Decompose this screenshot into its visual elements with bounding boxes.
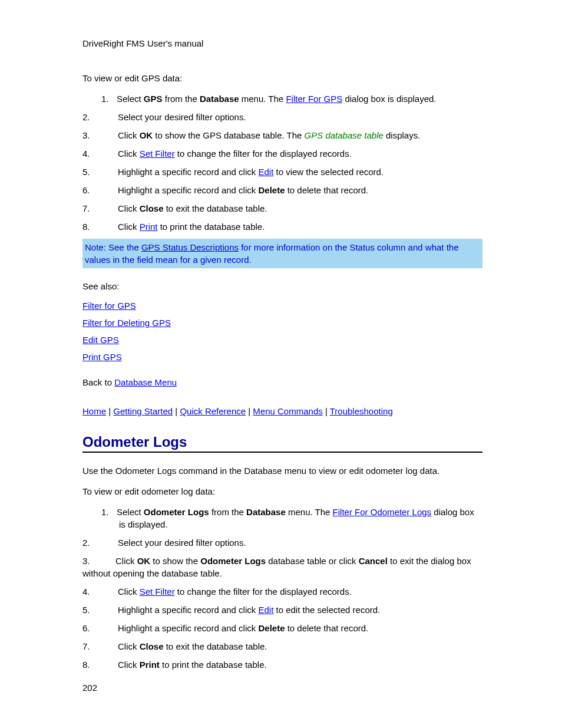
gps-step-1: 1.Select GPS from the Database menu. The…: [82, 93, 482, 105]
bold-text: Delete: [258, 185, 285, 195]
gps-step-6: 6.Highlight a specific record and click …: [82, 184, 482, 196]
step-number: 8.: [82, 220, 118, 233]
text: Click: [118, 130, 140, 140]
gps-step-5: 5.Highlight a specific record and click …: [82, 166, 482, 178]
text: Click: [118, 587, 140, 597]
bold-text: Print: [140, 660, 160, 670]
bold-text: Delete: [258, 623, 285, 633]
gps-step-7: 7.Click Close to exit the database table…: [82, 202, 482, 215]
gps-step-2: 2.Select your desired filter options.: [82, 111, 482, 123]
text: displays.: [384, 130, 421, 140]
filter-for-gps-link[interactable]: Filter for GPS: [82, 301, 482, 311]
database-menu-link[interactable]: Database Menu: [114, 377, 177, 387]
separator: |: [173, 406, 180, 416]
text: Click: [118, 149, 140, 159]
text: to show the GPS database table. The: [153, 130, 304, 140]
text: to change the filter for the displayed r…: [175, 149, 352, 159]
gps-intro: To view or edit GPS data:: [82, 72, 482, 84]
odo-intro: Use the Odometer Logs command in the Dat…: [82, 465, 482, 477]
text: to print the database table.: [160, 660, 267, 670]
filter-for-odometer-logs-link[interactable]: Filter For Odometer Logs: [333, 507, 432, 517]
text: Select your desired filter options.: [118, 538, 246, 548]
print-gps-link[interactable]: Print GPS: [82, 352, 482, 362]
troubleshooting-link[interactable]: Troubleshooting: [330, 406, 393, 416]
text: to show the: [150, 556, 200, 566]
step-number: 1.: [101, 506, 117, 518]
odo-step-4: 4.Click Set Filter to change the filter …: [82, 585, 482, 598]
bold-text: Cancel: [359, 556, 388, 566]
bold-text: Odometer Logs: [200, 556, 266, 566]
text: from the: [209, 507, 246, 517]
text: database table or click: [266, 556, 359, 566]
text: Highlight a specific record and click: [118, 605, 258, 615]
edit-link[interactable]: Edit: [258, 167, 273, 177]
text: Back to: [82, 377, 114, 387]
text: Select: [117, 507, 144, 517]
text: dialog box is displayed.: [342, 94, 436, 104]
text: to delete that record.: [285, 185, 368, 195]
back-to-line: Back to Database Menu: [82, 376, 482, 388]
text: from the: [163, 94, 200, 104]
gps-step-4: 4.Click Set Filter to change the filter …: [82, 147, 482, 160]
text: to edit the selected record.: [273, 605, 380, 615]
bold-text: GPS: [144, 94, 163, 104]
step-number: 5.: [82, 166, 118, 178]
menu-commands-link[interactable]: Menu Commands: [253, 406, 322, 416]
gps-step-3: 3.Click OK to show the GPS database tabl…: [82, 129, 482, 141]
text: Select your desired filter options.: [118, 112, 246, 122]
page-header: DriveRight FMS User's manual: [82, 38, 482, 48]
odo-lead: To view or edit odometer log data:: [82, 485, 482, 498]
set-filter-link[interactable]: Set Filter: [140, 587, 175, 597]
bold-text: Close: [140, 203, 164, 213]
odo-step-2: 2.Select your desired filter options.: [82, 536, 482, 549]
home-link[interactable]: Home: [82, 406, 106, 416]
step-number: 7.: [82, 640, 118, 653]
text: Click: [118, 641, 140, 651]
quick-reference-link[interactable]: Quick Reference: [180, 406, 246, 416]
odo-step-7: 7.Click Close to exit the database table…: [82, 640, 482, 653]
text: Click: [118, 222, 140, 232]
text: Select: [117, 94, 144, 104]
text: Highlight a specific record and click: [118, 167, 258, 177]
see-also-label: See also:: [82, 280, 482, 292]
step-number: 4.: [82, 585, 118, 598]
text: Click: [118, 660, 140, 670]
separator: |: [106, 406, 113, 416]
step-number: 3.: [82, 129, 118, 141]
odometer-logs-heading: Odometer Logs: [82, 434, 482, 453]
bold-text: Odometer Logs: [144, 507, 209, 517]
odo-step-3: 3.Click OK to show the Odometer Logs dat…: [82, 555, 482, 579]
step-number: 1.: [101, 93, 117, 105]
odo-step-5: 5.Highlight a specific record and click …: [82, 604, 482, 616]
page-number: 202: [82, 683, 97, 693]
odo-step-1: 1.Select Odometer Logs from the Database…: [82, 506, 482, 531]
step-number: 8.: [82, 658, 118, 671]
see-also-list: Filter for GPS Filter for Deleting GPS E…: [82, 301, 482, 362]
bold-text: OK: [140, 130, 153, 140]
edit-gps-link[interactable]: Edit GPS: [82, 335, 482, 345]
bold-text: OK: [137, 556, 151, 566]
bold-text: Database: [200, 94, 239, 104]
set-filter-link[interactable]: Set Filter: [140, 149, 175, 159]
gps-status-descriptions-link[interactable]: GPS Status Descriptions: [141, 242, 239, 252]
text: to print the database table.: [158, 222, 265, 232]
text: Click: [115, 556, 137, 566]
odo-step-6: 6.Highlight a specific record and click …: [82, 622, 482, 634]
text: Highlight a specific record and click: [118, 185, 258, 195]
separator: |: [246, 406, 253, 416]
getting-started-link[interactable]: Getting Started: [113, 406, 173, 416]
step-number: 5.: [82, 604, 118, 616]
print-link[interactable]: Print: [140, 222, 158, 232]
text: Click: [118, 203, 140, 213]
step-number: 4.: [82, 147, 118, 160]
edit-link[interactable]: Edit: [258, 605, 273, 615]
step-number: 3.: [82, 555, 115, 567]
text: to delete that record.: [285, 623, 368, 633]
italic-green-text: GPS database table: [305, 130, 384, 140]
filter-for-gps-link[interactable]: Filter For GPS: [286, 94, 342, 104]
bold-text: Database: [246, 507, 286, 517]
bold-text: Close: [140, 641, 164, 651]
document-page: DriveRight FMS User's manual To view or …: [0, 0, 562, 728]
filter-for-deleting-gps-link[interactable]: Filter for Deleting GPS: [82, 318, 482, 328]
step-number: 6.: [82, 622, 118, 634]
